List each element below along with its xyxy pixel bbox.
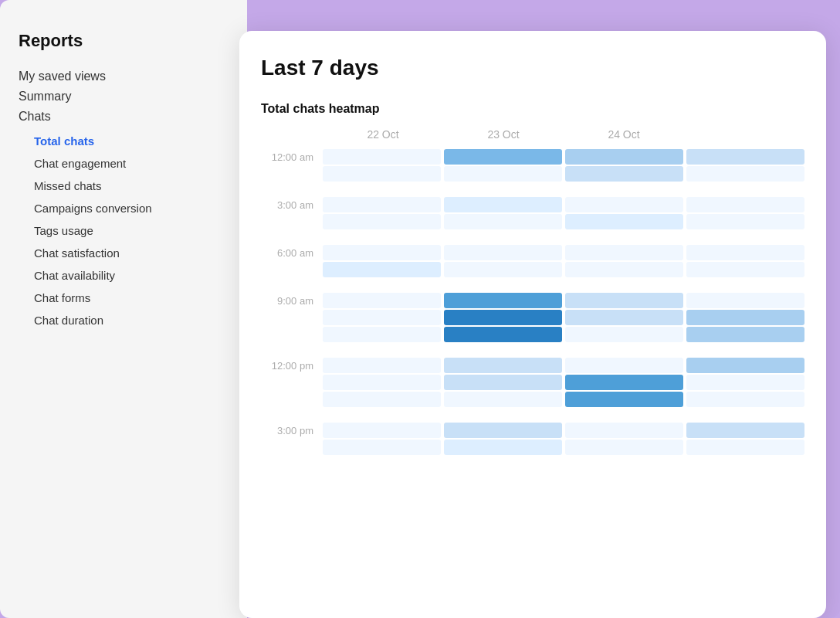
heatmap-cell [686,440,804,455]
heatmap-cell [565,197,683,212]
heatmap-cells [323,214,804,229]
heatmap-cell [565,166,683,182]
heatmap-cells [323,262,804,277]
heatmap-cell [323,327,441,342]
heatmap-cells [323,293,804,308]
sidebar-item-chats[interactable]: Chats [19,110,229,124]
time-group-1: 3:00 am [261,193,804,236]
heatmap-cell [323,293,441,308]
heatmap-row: 12:00 pm [261,357,804,374]
heatmap-row: 6:00 am [261,244,804,261]
heatmap-cell [686,262,804,277]
heatmap-cell [686,423,804,438]
heatmap-cell [565,245,683,260]
heatmap-cell [444,375,562,390]
heatmap-cell [565,358,683,373]
sidebar-item-missed-chats[interactable]: Missed chats [19,175,229,197]
heatmap-title: Total chats heatmap [261,102,804,116]
heatmap-row [261,326,804,343]
heatmap-cell [686,375,804,390]
heatmap-cell [444,310,562,325]
heatmap-cells [323,197,804,212]
heatmap-cell [444,327,562,342]
heatmap-cell [323,440,441,455]
heatmap-cell [686,327,804,342]
heatmap-cell [444,423,562,438]
heatmap-cell [686,358,804,373]
sidebar-item-total-chats[interactable]: Total chats [19,130,229,152]
heatmap-row: 12:00 am [261,148,804,165]
heatmap-cell [686,166,804,182]
heatmap-cell [444,392,562,407]
heatmap-row [261,165,804,182]
heatmap-cell [565,392,683,407]
heatmap-cells [323,358,804,373]
time-group-3: 9:00 am [261,289,804,349]
heatmap-cell [323,214,441,229]
col-label: 23 Oct [443,128,564,141]
sidebar-item-chat-duration[interactable]: Chat duration [19,309,229,331]
heatmap-cells [323,423,804,438]
heatmap-cell [565,375,683,390]
heatmap-cell [565,310,683,325]
sidebar-item-chat-forms[interactable]: Chat forms [19,287,229,309]
time-group-5: 3:00 pm [261,419,804,462]
time-label: 3:00 am [261,199,323,211]
heatmap-cell [444,166,562,182]
heatmap-cell [323,166,441,182]
col-label [684,128,804,141]
time-label: 12:00 am [261,151,323,163]
heatmap-cell [323,245,441,260]
heatmap-cell [444,245,562,260]
heatmap-cells [323,166,804,182]
heatmap-header: 22 Oct23 Oct24 Oct [323,128,804,141]
sidebar-item-chat-satisfaction[interactable]: Chat satisfaction [19,242,229,264]
sidebar-item-campaigns-conversion[interactable]: Campaigns conversion [19,197,229,219]
heatmap-cell [444,197,562,212]
col-label: 22 Oct [323,128,443,141]
heatmap-cells [323,375,804,390]
sidebar-title: Reports [19,31,229,51]
heatmap-cell [323,197,441,212]
heatmap-cell [444,358,562,373]
heatmap-cell [686,392,804,407]
heatmap-cell [565,149,683,165]
heatmap-cells [323,440,804,455]
app-container: Reports My saved views Summary Chats Tot… [0,0,840,618]
col-label: 24 Oct [564,128,684,141]
heatmap-cell [323,392,441,407]
heatmap-row [261,374,804,391]
heatmap-cells [323,392,804,407]
heatmap-cell [444,262,562,277]
heatmap-cell [565,440,683,455]
sidebar-item-chat-engagement[interactable]: Chat engagement [19,152,229,175]
time-label: 6:00 am [261,247,323,259]
heatmap-cell [323,375,441,390]
main-panel: Last 7 days Total chats heatmap 22 Oct23… [239,31,826,618]
time-label: 3:00 pm [261,425,323,436]
heatmap-cell [686,149,804,165]
heatmap-cells [323,149,804,165]
sidebar-item-my-saved-views[interactable]: My saved views [19,70,229,83]
heatmap-row [261,261,804,278]
time-group-2: 6:00 am [261,241,804,284]
heatmap-cell [686,310,804,325]
time-label: 12:00 pm [261,360,323,372]
heatmap-cell [686,245,804,260]
time-group-4: 12:00 pm [261,354,804,414]
heatmap-row: 9:00 am [261,292,804,309]
heatmap-row [261,439,804,456]
heatmap-cell [323,149,441,165]
sidebar-item-tags-usage[interactable]: Tags usage [19,219,229,242]
heatmap-row [261,213,804,230]
time-label: 9:00 am [261,295,323,307]
sidebar: Reports My saved views Summary Chats Tot… [0,0,247,618]
sidebar-item-summary[interactable]: Summary [19,90,229,104]
heatmap-row [261,391,804,408]
heatmap-cell [565,293,683,308]
heatmap-cell [444,149,562,165]
heatmap-cell [686,293,804,308]
heatmap-cell [565,423,683,438]
sidebar-item-chat-availability[interactable]: Chat availability [19,264,229,287]
heatmap-row: 3:00 pm [261,422,804,439]
